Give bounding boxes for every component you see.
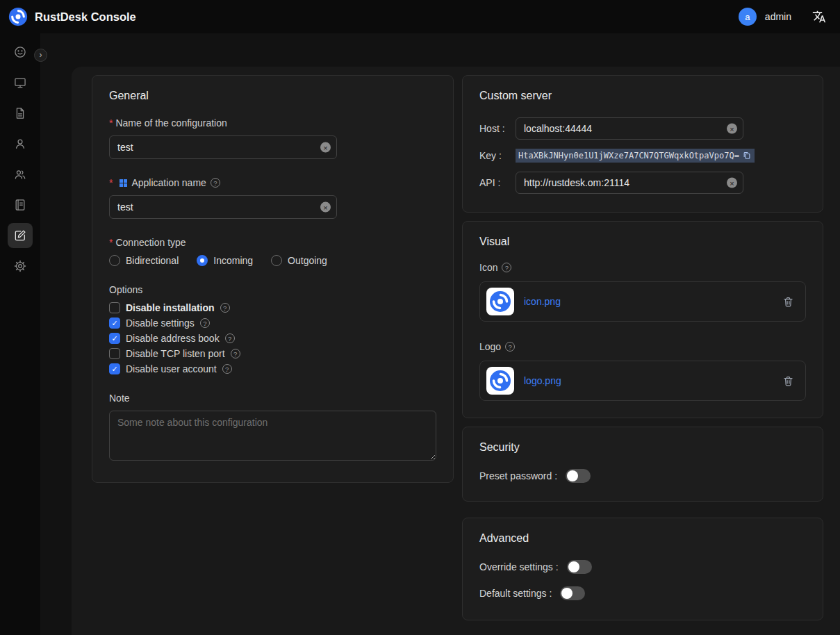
visual-card: Visual Icon ? <box>462 221 823 418</box>
clear-icon[interactable]: × <box>320 142 331 153</box>
host-input[interactable] <box>516 117 743 140</box>
custom-server-title: Custom server <box>479 90 806 102</box>
clear-icon[interactable]: × <box>320 202 331 213</box>
api-label: API : <box>479 177 516 188</box>
user-avatar[interactable]: a <box>739 8 757 26</box>
sidebar-item-dashboard[interactable] <box>8 40 33 65</box>
app-title: RustDesk Console <box>35 10 136 24</box>
gear-icon <box>13 259 27 273</box>
sidebar-expand-button[interactable]: › <box>34 49 47 62</box>
config-name-label: Name of the configuration <box>109 117 227 129</box>
checkbox[interactable] <box>109 333 120 344</box>
default-settings-row: Default settings : <box>479 586 806 600</box>
options-label: Options <box>109 284 142 295</box>
note-label: Note <box>109 393 130 404</box>
logo-thumbnail <box>486 367 514 395</box>
sidebar <box>0 33 40 635</box>
required-asterisk <box>109 177 115 188</box>
help-icon[interactable]: ? <box>502 263 511 272</box>
advanced-card: Advanced Override settings : Default set… <box>462 518 823 620</box>
checkbox[interactable] <box>109 318 120 329</box>
radio-dot[interactable] <box>197 255 208 266</box>
radio-bidirectional[interactable]: Bidirectional <box>109 255 179 266</box>
chevron-right-icon: › <box>40 50 42 60</box>
server-key-value: HtaXBkJNHyn0e1U1jWXze7A7CN7QTGWqxkOtpaVp… <box>516 149 755 163</box>
override-settings-toggle[interactable] <box>567 560 592 574</box>
edit-icon <box>13 229 27 242</box>
user-name[interactable]: admin <box>765 11 791 22</box>
option-disable-tcp-listen-port[interactable]: Disable TCP listen port ? <box>109 348 436 359</box>
help-icon[interactable]: ? <box>220 303 230 313</box>
logo-file-link[interactable]: logo.png <box>524 375 561 386</box>
checkbox[interactable] <box>109 302 120 313</box>
sidebar-item-users[interactable] <box>8 131 33 156</box>
checkbox[interactable] <box>109 363 120 374</box>
checkbox[interactable] <box>109 348 120 359</box>
trash-icon[interactable] <box>781 374 796 388</box>
help-icon[interactable]: ? <box>231 349 240 358</box>
security-card: Security Preset password : <box>462 427 823 502</box>
help-icon[interactable]: ? <box>505 342 515 352</box>
radio-outgoing[interactable]: Outgoing <box>271 255 327 266</box>
icon-file-link[interactable]: icon.png <box>524 296 561 307</box>
host-row: Host : × <box>479 117 806 140</box>
app-name-field: Application name ? × <box>109 177 436 219</box>
rustdesk-logo-icon <box>489 370 511 392</box>
sidebar-item-devices[interactable] <box>8 70 33 95</box>
custom-server-card: Custom server Host : × Key : HtaXBkJNHyn… <box>462 75 823 213</box>
user-icon <box>13 137 27 151</box>
visual-title: Visual <box>479 236 806 248</box>
default-settings-toggle[interactable] <box>560 586 585 600</box>
document-icon <box>13 106 27 120</box>
connection-type-radio-group: Bidirectional Incoming Outgoing <box>109 255 436 266</box>
clear-icon[interactable]: × <box>727 178 737 188</box>
clear-icon[interactable]: × <box>727 124 737 134</box>
key-label: Key : <box>479 150 516 161</box>
rustdesk-logo-icon <box>489 290 511 313</box>
connection-type-field: Connection type Bidirectional Incoming <box>109 237 436 266</box>
smiley-icon <box>13 45 27 59</box>
connection-type-label: Connection type <box>109 237 186 248</box>
options-list: Disable installation ? Disable settings … <box>109 302 436 374</box>
security-title: Security <box>479 441 806 454</box>
sidebar-item-settings[interactable] <box>8 254 33 279</box>
icon-label: Icon <box>479 262 497 273</box>
monitor-icon <box>13 76 27 90</box>
sidebar-item-groups[interactable] <box>8 162 33 187</box>
note-textarea[interactable] <box>109 411 436 461</box>
trash-icon[interactable] <box>781 295 796 309</box>
sidebar-item-documents[interactable] <box>8 101 33 126</box>
radio-dot[interactable] <box>271 255 282 266</box>
icon-file-box: icon.png <box>479 281 806 322</box>
app-name-input[interactable] <box>109 195 337 219</box>
sidebar-item-logs[interactable] <box>8 192 33 217</box>
preset-password-row: Preset password : <box>479 469 806 483</box>
options-field: Options Disable installation ? Disable s… <box>109 284 436 374</box>
copy-icon[interactable] <box>742 151 752 160</box>
icon-thumbnail <box>486 288 514 315</box>
override-settings-label: Override settings : <box>479 561 559 572</box>
host-label: Host : <box>479 123 516 134</box>
translate-icon[interactable] <box>811 8 827 25</box>
logo-label: Logo <box>479 341 501 352</box>
option-disable-settings[interactable]: Disable settings ? <box>109 318 436 329</box>
option-disable-user-account[interactable]: Disable user account ? <box>109 363 436 374</box>
user-group-icon <box>13 167 27 181</box>
windows-icon <box>120 179 127 187</box>
help-icon[interactable]: ? <box>225 333 235 343</box>
api-input[interactable] <box>516 172 743 194</box>
help-icon[interactable]: ? <box>211 178 220 188</box>
preset-password-toggle[interactable] <box>566 469 591 483</box>
option-disable-address-book[interactable]: Disable address book ? <box>109 333 436 344</box>
config-name-input[interactable] <box>109 135 337 159</box>
option-disable-installation[interactable]: Disable installation ? <box>109 302 436 313</box>
radio-dot[interactable] <box>109 255 120 266</box>
logo-file-box: logo.png <box>479 361 806 401</box>
help-icon[interactable]: ? <box>222 364 232 374</box>
main-content: General Name of the configuration × <box>40 33 840 635</box>
override-settings-row: Override settings : <box>479 560 806 574</box>
sidebar-item-custom-clients[interactable] <box>8 223 33 248</box>
help-icon[interactable]: ? <box>200 318 210 328</box>
radio-incoming[interactable]: Incoming <box>197 255 253 266</box>
rustdesk-logo-icon <box>8 7 28 26</box>
